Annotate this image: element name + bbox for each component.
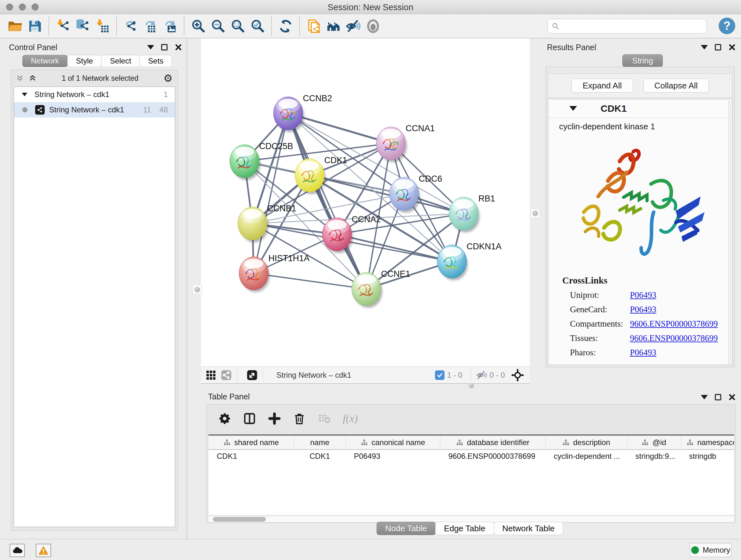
column-header-name[interactable]: name <box>294 435 346 449</box>
tab-style[interactable]: Style <box>67 55 102 67</box>
tab-network[interactable]: Network <box>22 55 68 67</box>
export-image-icon <box>163 19 178 34</box>
gear-icon[interactable]: ⚙ <box>163 72 173 84</box>
panel-close-icon[interactable] <box>728 44 736 51</box>
import-table-button[interactable] <box>92 17 112 35</box>
tab-select[interactable]: Select <box>101 55 140 67</box>
edge-HIST1H1A-CCNE1[interactable] <box>254 273 366 289</box>
expand-all-button[interactable]: Expand All <box>571 78 633 92</box>
column-header-namespace[interactable]: namespace <box>681 435 734 449</box>
delete-icon[interactable] <box>293 412 306 425</box>
crosslink-link[interactable]: P06493 <box>630 348 657 358</box>
node-CCNB1[interactable]: CCNB1 <box>238 204 296 242</box>
table-cell[interactable]: CDK1 <box>208 449 294 462</box>
search-input[interactable] <box>560 22 706 30</box>
panel-float-icon[interactable] <box>715 394 721 400</box>
network-collection-row[interactable]: String Network – cdk1 1 <box>14 87 175 102</box>
panel-menu-icon[interactable] <box>701 395 708 399</box>
bottom-splitter-handle[interactable] <box>466 383 477 388</box>
warnings-button[interactable] <box>36 544 51 557</box>
network-canvas[interactable]: CCNB2CCNA1CDC25BCDK1CDC6RB1CCNB1CCNA2CDK… <box>201 38 530 367</box>
node-CCNE1[interactable]: CCNE1 <box>352 269 410 308</box>
table-cell[interactable]: 9606.ENSP00000378699 <box>440 449 545 462</box>
show-columns-icon[interactable] <box>243 412 256 425</box>
hide-selected-button[interactable] <box>343 17 363 35</box>
crosslink-link[interactable]: 9606.ENSP00000378699 <box>630 319 718 329</box>
node-RB1[interactable]: RB1 <box>449 194 495 233</box>
crosslink-link[interactable]: P06493 <box>630 305 657 314</box>
memory-button[interactable]: Memory <box>690 543 731 557</box>
export-image-button[interactable] <box>160 17 180 35</box>
right-splitter-handle[interactable] <box>530 208 540 218</box>
zoom-out-button[interactable] <box>208 17 228 35</box>
column-header-database-identifier[interactable]: database identifier <box>440 435 545 449</box>
column-header-canonical-name[interactable]: canonical name <box>346 435 440 449</box>
tab-string[interactable]: String <box>622 54 663 67</box>
gene-card-header[interactable]: CDK1 <box>548 99 732 118</box>
export-network-button[interactable] <box>121 17 140 35</box>
network-share-icon[interactable] <box>221 370 232 381</box>
cloud-button[interactable] <box>10 544 25 557</box>
column-header--id[interactable]: @id <box>627 435 681 449</box>
panel-float-icon[interactable] <box>161 44 167 51</box>
table-cell[interactable]: stringdb <box>681 449 734 462</box>
table-horizontal-scrollbar[interactable] <box>208 516 734 522</box>
column-header-description[interactable]: description <box>545 435 627 449</box>
table-cell[interactable]: cyclin-dependent ... <box>545 449 627 462</box>
node-HIST1H1A[interactable]: HIST1H1A <box>239 253 310 292</box>
zoom-fit-button[interactable] <box>228 17 248 35</box>
table-cell[interactable]: P06493 <box>346 449 440 462</box>
first-neighbors-button[interactable] <box>324 17 343 35</box>
node-CDKN1A[interactable]: CDKN1A <box>437 242 502 280</box>
panel-float-icon[interactable] <box>715 44 721 51</box>
tab-network-table[interactable]: Network Table <box>494 522 563 535</box>
open-folder-button[interactable] <box>5 17 25 35</box>
duplicate-network-button[interactable] <box>304 17 324 35</box>
crosslink-link[interactable]: P06493 <box>630 290 657 300</box>
node-table[interactable]: shared namenamecanonical namedatabase id… <box>208 435 734 515</box>
crosslink-row: Compartments:9606.ENSP00000378699 <box>562 319 732 329</box>
selected-checkbox-icon[interactable] <box>435 370 445 380</box>
help-button[interactable]: ? <box>719 17 735 34</box>
apply-layout-button[interactable] <box>276 17 295 35</box>
table-row[interactable]: CDK1CDK1P064939606.ENSP00000378699cyclin… <box>208 449 734 462</box>
save-button[interactable] <box>25 17 45 35</box>
import-network-file-button[interactable] <box>53 17 73 35</box>
results-scrollbar[interactable] <box>728 100 731 365</box>
network-row-selected[interactable]: String Network – cdk1 11 48 <box>14 102 175 118</box>
duplicate-network-icon <box>307 19 321 34</box>
table-cell[interactable]: CDK1 <box>294 449 346 462</box>
fit-content-icon[interactable] <box>511 369 524 381</box>
column-header-shared-name[interactable]: shared name <box>208 435 294 449</box>
open-in-window-icon[interactable] <box>247 370 258 381</box>
zoom-selected-button[interactable] <box>248 17 267 35</box>
birdseye-view-icon[interactable] <box>205 370 216 381</box>
tab-node-table[interactable]: Node Table <box>377 522 435 535</box>
zoom-in-button[interactable] <box>188 17 208 35</box>
left-splitter-handle[interactable] <box>192 285 202 294</box>
panel-menu-icon[interactable] <box>701 45 708 50</box>
panel-close-icon[interactable] <box>728 393 736 401</box>
crosslink-link[interactable]: 9606.ENSP00000378699 <box>630 333 718 343</box>
node-CDK1[interactable]: CDK1 <box>295 155 347 194</box>
panel-menu-icon[interactable] <box>147 45 154 50</box>
tree-expand-icon[interactable] <box>22 92 27 96</box>
collapse-entry-icon[interactable] <box>569 106 577 111</box>
add-column-icon[interactable] <box>268 412 281 425</box>
node-CCNA1[interactable]: CCNA1 <box>376 124 435 162</box>
table-settings-gear-icon[interactable] <box>218 412 231 425</box>
expand-all-icon[interactable] <box>28 74 37 82</box>
show-all-button[interactable] <box>363 17 383 35</box>
import-network-database-button[interactable] <box>73 17 92 35</box>
edge-CCNB2-HIST1H1A[interactable] <box>254 113 288 273</box>
export-table-button[interactable] <box>140 17 160 35</box>
table-cell[interactable]: stringdb:9... <box>627 449 681 462</box>
node-CCNA2[interactable]: CCNA2 <box>322 214 381 253</box>
panel-close-icon[interactable] <box>175 44 182 51</box>
collapse-all-button[interactable]: Collapse All <box>643 78 709 92</box>
tab-sets[interactable]: Sets <box>139 55 172 67</box>
search-icon <box>551 22 560 30</box>
edge-CCNA2-CDKN1A[interactable] <box>337 234 452 261</box>
tab-edge-table[interactable]: Edge Table <box>435 522 494 535</box>
collapse-all-icon[interactable] <box>16 74 24 82</box>
